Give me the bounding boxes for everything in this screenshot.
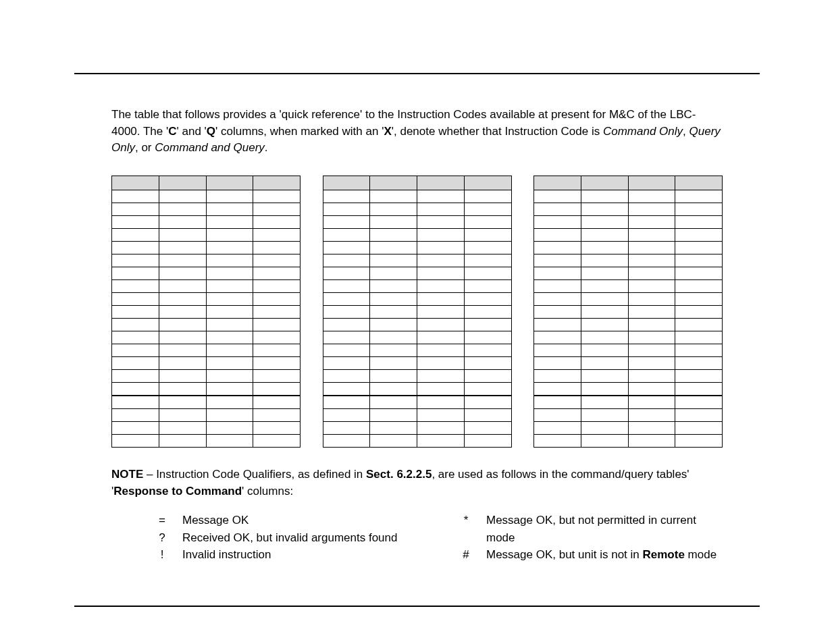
table-cell bbox=[206, 228, 253, 241]
table-cell bbox=[417, 356, 465, 369]
table-cell bbox=[253, 434, 301, 447]
note-paragraph: NOTE – Instruction Code Qualifiers, as d… bbox=[111, 466, 723, 500]
table-cell bbox=[159, 434, 206, 447]
table-cell bbox=[159, 382, 206, 396]
table-row bbox=[534, 421, 723, 434]
table-cell bbox=[675, 190, 723, 203]
table-cell bbox=[370, 279, 417, 292]
table-cell bbox=[581, 215, 628, 228]
table-cell bbox=[159, 408, 206, 421]
table-cell bbox=[323, 421, 370, 434]
qualifier-row: =Message OK bbox=[142, 512, 419, 529]
table-cell bbox=[159, 254, 206, 267]
table-cell bbox=[581, 190, 628, 203]
table-row bbox=[534, 292, 723, 305]
table-row bbox=[323, 190, 511, 203]
reference-tables-row bbox=[111, 176, 723, 448]
table-cell bbox=[206, 254, 253, 267]
table-header-cell bbox=[253, 176, 301, 190]
table-row bbox=[534, 279, 723, 292]
qualifier-description: Message OK bbox=[182, 512, 419, 529]
table-cell bbox=[581, 434, 628, 447]
table-cell bbox=[628, 267, 675, 279]
qualifiers-right-column: *Message OK, but not permitted in curren… bbox=[446, 512, 723, 564]
table-row bbox=[112, 434, 301, 447]
table-cell bbox=[581, 396, 628, 409]
table-cell bbox=[581, 305, 628, 318]
table-cell bbox=[628, 408, 675, 421]
table-cell bbox=[253, 382, 301, 396]
table-row bbox=[534, 408, 723, 421]
table-cell bbox=[159, 356, 206, 369]
table-row bbox=[112, 305, 301, 318]
table-cell bbox=[370, 356, 417, 369]
table-cell bbox=[417, 228, 465, 241]
table-cell bbox=[534, 267, 581, 279]
table-row bbox=[534, 215, 723, 228]
qualifier-description: Message OK, but unit is not in Remote mo… bbox=[486, 546, 723, 564]
table-cell bbox=[628, 203, 675, 215]
table-cell bbox=[370, 241, 417, 254]
table-cell bbox=[675, 279, 723, 292]
table-cell bbox=[112, 279, 159, 292]
table-cell bbox=[370, 203, 417, 215]
table-cell bbox=[464, 228, 511, 241]
intro-paragraph: The table that follows provides a 'quick… bbox=[111, 107, 723, 157]
qualifier-row: *Message OK, but not permitted in curren… bbox=[446, 512, 723, 546]
table-cell bbox=[464, 356, 511, 369]
table-cell bbox=[253, 215, 301, 228]
table-cell bbox=[581, 279, 628, 292]
table-cell bbox=[675, 356, 723, 369]
table-cell bbox=[206, 215, 253, 228]
table-header-cell bbox=[112, 176, 159, 190]
bottom-rule bbox=[74, 606, 760, 607]
table-header-cell bbox=[581, 176, 628, 190]
table-cell bbox=[417, 305, 465, 318]
table-cell bbox=[112, 369, 159, 382]
table-cell bbox=[417, 434, 465, 447]
intro-text: ', denote whether that Instruction Code … bbox=[392, 125, 603, 138]
table-row bbox=[112, 318, 301, 331]
table-header-cell bbox=[464, 176, 511, 190]
table-cell bbox=[323, 369, 370, 382]
table-cell bbox=[464, 292, 511, 305]
table-cell bbox=[159, 318, 206, 331]
table-cell bbox=[323, 254, 370, 267]
table-cell bbox=[253, 408, 301, 421]
table-header-cell bbox=[534, 176, 581, 190]
table-cell bbox=[534, 356, 581, 369]
table-cell bbox=[464, 215, 511, 228]
table-cell bbox=[534, 318, 581, 331]
table-cell bbox=[417, 254, 465, 267]
table-cell bbox=[534, 331, 581, 344]
table-cell bbox=[628, 421, 675, 434]
table-cell bbox=[112, 305, 159, 318]
table-cell bbox=[628, 331, 675, 344]
table-row bbox=[534, 318, 723, 331]
qualifier-description: Invalid instruction bbox=[182, 546, 419, 564]
table-cell bbox=[370, 215, 417, 228]
table-cell bbox=[159, 267, 206, 279]
table-cell bbox=[675, 215, 723, 228]
intro-bold-q: Q bbox=[207, 125, 215, 138]
qualifier-description-text: Message OK, but unit is not in bbox=[486, 548, 643, 561]
table-cell bbox=[253, 369, 301, 382]
table-cell bbox=[417, 382, 465, 396]
table-cell bbox=[464, 241, 511, 254]
table-cell bbox=[206, 203, 253, 215]
table-row bbox=[323, 267, 511, 279]
table-cell bbox=[253, 241, 301, 254]
qualifier-description: Received OK, but invalid arguments found bbox=[182, 529, 419, 547]
table-cell bbox=[112, 254, 159, 267]
table-cell bbox=[159, 344, 206, 356]
table-cell bbox=[206, 396, 253, 409]
table-cell bbox=[581, 356, 628, 369]
table-cell bbox=[253, 254, 301, 267]
qualifier-symbol: ! bbox=[142, 546, 182, 564]
table-cell bbox=[675, 396, 723, 409]
table-cell bbox=[628, 241, 675, 254]
table-cell bbox=[370, 305, 417, 318]
table-cell bbox=[112, 228, 159, 241]
table-cell bbox=[112, 356, 159, 369]
table-cell bbox=[581, 369, 628, 382]
